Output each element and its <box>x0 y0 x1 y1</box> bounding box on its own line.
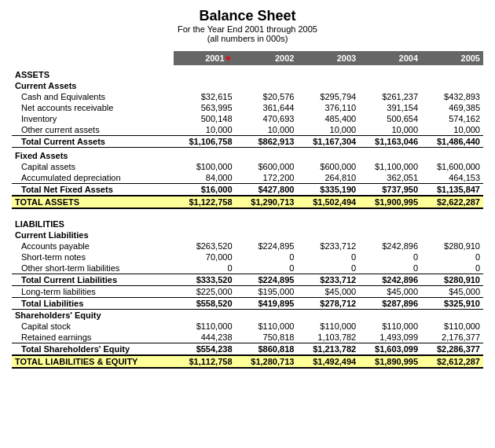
table-row: Inventory 500,148 470,693 485,400 500,65… <box>12 113 483 124</box>
table-row: Net accounts receivable 563,995 361,644 … <box>12 102 483 113</box>
table-row: Other short-term liabilities 0 0 0 0 0 <box>12 263 483 274</box>
total-current-assets-row: Total Current Assets $1,106,758 $862,913… <box>12 136 483 148</box>
table-row: Short-term notes 70,000 0 0 0 0 <box>12 252 483 263</box>
page-title: Balance Sheet <box>12 8 483 24</box>
page-subtitle: For the Year End 2001 through 2005 <box>12 24 483 34</box>
table-row: Long-term liabilities $225,000 $195,000 … <box>12 286 483 298</box>
col-2004: 2004 <box>359 51 421 65</box>
page-header: Balance Sheet For the Year End 2001 thro… <box>12 8 483 43</box>
liabilities-section-header: LIABILITIES <box>12 215 483 230</box>
column-header-row: 2001▼ 2002 2003 2004 2005 <box>12 51 483 65</box>
table-row: Capital stock $110,000 $110,000 $110,000… <box>12 321 483 332</box>
col-2003: 2003 <box>297 51 359 65</box>
current-assets-header: Current Assets <box>12 80 483 91</box>
table-row: Retained earnings 444,238 750,818 1,103,… <box>12 332 483 343</box>
table-row: Accumulated depreciation 84,000 172,200 … <box>12 172 483 184</box>
assets-section-header: ASSETS <box>12 65 483 80</box>
spacer <box>12 208 483 215</box>
table-row: Accounts payable $263,520 $224,895 $233,… <box>12 241 483 252</box>
shareholders-equity-header: Shareholders' Equity <box>12 310 483 321</box>
total-liabilities-row: Total Liabilities $558,520 $419,895 $278… <box>12 298 483 310</box>
table-row: Cash and Equivalents $32,615 $20,576 $29… <box>12 91 483 102</box>
total-liabilities-equity-row: TOTAL LIABILITIES & EQUITY $1,112,758 $1… <box>12 355 483 368</box>
total-shareholders-equity-row: Total Shareholders' Equity $554,238 $860… <box>12 343 483 356</box>
balance-sheet-table: 2001▼ 2002 2003 2004 2005 ASSETS Current… <box>12 51 483 369</box>
fixed-assets-section-header: Fixed Assets <box>12 148 483 162</box>
current-liabilities-header: Current Liabilities <box>12 230 483 241</box>
col-2001: 2001▼ <box>174 51 236 65</box>
col-2002: 2002 <box>236 51 298 65</box>
total-assets-row: TOTAL ASSETS $1,122,758 $1,290,713 $1,50… <box>12 196 483 208</box>
total-net-fixed-assets-row: Total Net Fixed Assets $16,000 $427,800 … <box>12 184 483 196</box>
total-current-liabilities-row: Total Current Liabilities $333,520 $224,… <box>12 274 483 286</box>
page-note: (all numbers in 000s) <box>12 34 483 43</box>
table-row: Capital assets $100,000 $600,000 $600,00… <box>12 161 483 172</box>
label-header <box>12 51 174 65</box>
col-2005: 2005 <box>421 51 483 65</box>
table-row: Other current assets 10,000 10,000 10,00… <box>12 124 483 136</box>
